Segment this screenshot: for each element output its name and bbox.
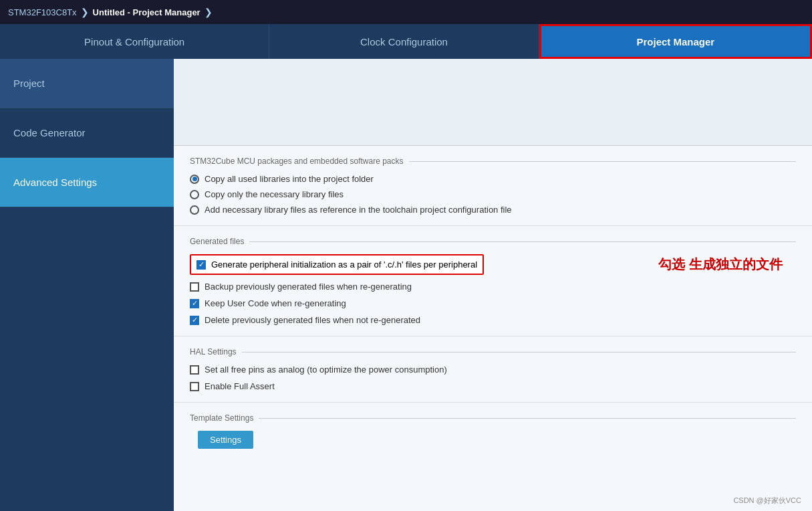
mcu-packages-title: STM32Cube MCU packages and embedded soft…: [190, 157, 409, 166]
radio-add-reference[interactable]: Add necessary library files as reference…: [190, 205, 796, 215]
backup-generated-label: Backup previously generated files when r…: [205, 282, 412, 292]
generated-files-section: Generated files ✓ Generate peripheral in…: [174, 226, 812, 336]
tab-pinout[interactable]: Pinout & Configuration: [0, 24, 269, 59]
full-assert-label: Enable Full Assert: [205, 381, 275, 391]
keep-user-code-label: Keep User Code when re-generating: [205, 298, 346, 308]
backup-generated-row[interactable]: Backup previously generated files when r…: [190, 282, 796, 292]
sidebar-item-code-generator[interactable]: Code Generator: [0, 108, 174, 158]
sidebar-item-advanced-settings[interactable]: Advanced Settings: [0, 158, 174, 207]
delete-previous-label: Delete previously generated files when n…: [205, 315, 420, 325]
main-layout: Project Code Generator Advanced Settings…: [0, 59, 812, 511]
mcu-packages-radio-group: Copy all used libraries into the project…: [190, 174, 796, 215]
breadcrumb-bar: STM32F103C8Tx ❯ Untitled - Project Manag…: [0, 0, 812, 24]
breadcrumb-project: Untitled - Project Manager: [93, 7, 200, 17]
free-pins-label: Set all free pins as analog (to optimize…: [205, 365, 447, 375]
generated-files-checkboxes: Backup previously generated files when r…: [190, 282, 796, 325]
content-area: STM32Cube MCU packages and embedded soft…: [174, 59, 812, 511]
free-pins-checkbox[interactable]: [190, 365, 199, 375]
breadcrumb-sep2: ❯: [205, 7, 213, 17]
hal-settings-title: HAL Settings: [190, 347, 242, 356]
full-assert-checkbox[interactable]: [190, 382, 199, 391]
generated-files-title-line: Generated files: [190, 237, 796, 246]
free-pins-row[interactable]: Set all free pins as analog (to optimize…: [190, 365, 796, 375]
full-assert-row[interactable]: Enable Full Assert: [190, 381, 796, 391]
sidebar: Project Code Generator Advanced Settings: [0, 59, 174, 511]
radio-copy-all-indicator: [190, 175, 199, 184]
backup-generated-checkbox[interactable]: [190, 282, 199, 292]
template-settings-section: Template Settings Settings: [174, 403, 812, 459]
template-settings-title-line: Template Settings: [190, 413, 796, 423]
mcu-packages-title-line: STM32Cube MCU packages and embedded soft…: [190, 157, 796, 166]
hal-settings-title-line: HAL Settings: [190, 347, 796, 356]
sidebar-item-project[interactable]: Project: [0, 59, 174, 108]
generated-files-title: Generated files: [190, 237, 249, 246]
hal-settings-checkboxes: Set all free pins as analog (to optimize…: [190, 365, 796, 391]
breadcrumb-chip[interactable]: STM32F103C8Tx: [8, 7, 77, 17]
tab-navigation: Pinout & Configuration Clock Configurati…: [0, 24, 812, 59]
delete-previous-row[interactable]: ✓ Delete previously generated files when…: [190, 315, 796, 325]
project-content-empty: [174, 59, 812, 146]
annotation-label: 勾选 生成独立的文件: [658, 256, 783, 274]
radio-copy-necessary[interactable]: Copy only the necessary library files: [190, 189, 796, 199]
keep-user-code-row[interactable]: ✓ Keep User Code when re-generating: [190, 298, 796, 308]
keep-user-code-checkbox[interactable]: ✓: [190, 299, 199, 308]
breadcrumb-sep1: ❯: [81, 7, 89, 17]
hal-settings-section: HAL Settings Set all free pins as analog…: [174, 336, 812, 403]
delete-previous-checkbox[interactable]: ✓: [190, 316, 199, 325]
watermark: CSDN @好家伙VCC: [733, 496, 801, 506]
radio-add-reference-indicator: [190, 205, 199, 215]
radio-copy-necessary-indicator: [190, 190, 199, 199]
generate-peripheral-row[interactable]: ✓ Generate peripheral initialization as …: [190, 254, 484, 275]
radio-copy-all[interactable]: Copy all used libraries into the project…: [190, 174, 796, 184]
tab-clock[interactable]: Clock Configuration: [269, 24, 539, 59]
mcu-packages-section: STM32Cube MCU packages and embedded soft…: [174, 146, 812, 226]
generate-peripheral-label: Generate peripheral initialization as a …: [211, 260, 477, 270]
tab-project-manager[interactable]: Project Manager: [539, 24, 812, 59]
settings-button[interactable]: Settings: [198, 431, 253, 449]
template-settings-title: Template Settings: [190, 413, 259, 423]
generate-peripheral-checkbox[interactable]: ✓: [196, 260, 206, 270]
